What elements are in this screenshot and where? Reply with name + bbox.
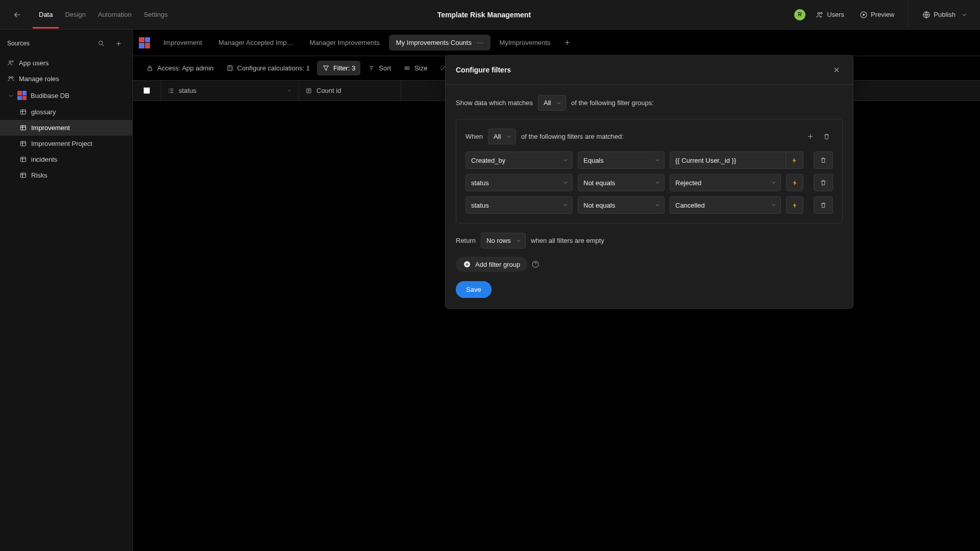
publish-label: Publish bbox=[934, 11, 955, 18]
svg-rect-9 bbox=[21, 110, 26, 114]
nav-tab-settings[interactable]: Settings bbox=[138, 1, 174, 29]
users-label: Users bbox=[827, 11, 844, 18]
column-header-status[interactable]: status bbox=[161, 81, 299, 101]
match-select[interactable]: All bbox=[538, 95, 566, 111]
match-row: Show data which matches All of the follo… bbox=[456, 95, 843, 111]
nav-tabs: Data Design Automation Settings bbox=[33, 1, 174, 29]
when-select[interactable]: All bbox=[488, 129, 516, 144]
filter-group-actions bbox=[803, 130, 833, 143]
users-button[interactable]: Users bbox=[811, 8, 849, 22]
view-tab-manager-accepted[interactable]: Manager Accepted Imp… bbox=[211, 35, 301, 51]
column-header-count-id[interactable]: Count id bbox=[299, 81, 401, 101]
filter-field-select[interactable]: status bbox=[465, 174, 573, 191]
add-filter-button[interactable] bbox=[803, 130, 817, 143]
view-tab-manager-improvements[interactable]: Manager Improvements bbox=[303, 35, 387, 51]
sort-indicator-icon[interactable] bbox=[286, 88, 292, 94]
trash-icon bbox=[820, 202, 827, 209]
bb-logo-icon bbox=[17, 91, 27, 100]
filter-op-select[interactable]: Equals bbox=[578, 152, 665, 169]
svg-point-8 bbox=[11, 77, 13, 79]
trash-icon bbox=[820, 179, 827, 186]
calc-button[interactable]: Configure calculations: 1 bbox=[221, 61, 315, 76]
delete-group-button[interactable] bbox=[820, 130, 833, 143]
delete-filter-button[interactable] bbox=[814, 196, 833, 214]
sort-button[interactable]: Sort bbox=[362, 61, 396, 76]
view-tab-improvement[interactable]: Improvement bbox=[156, 35, 209, 51]
sidebar-item-budibase-db[interactable]: Budibase DB bbox=[0, 87, 132, 104]
sidebar-item-glossary[interactable]: glossary bbox=[0, 104, 132, 120]
binding-button[interactable] bbox=[786, 196, 803, 214]
access-button[interactable]: Access: App admin bbox=[141, 61, 219, 76]
match-suffix: of the following filter groups: bbox=[571, 99, 654, 107]
sidebar-item-improvement-project[interactable]: Improvement Project bbox=[0, 136, 132, 152]
filter-panel-title: Configure filters bbox=[456, 66, 511, 74]
preview-button[interactable]: Preview bbox=[854, 8, 899, 22]
svg-point-0 bbox=[818, 12, 820, 14]
filter-icon bbox=[322, 64, 330, 72]
sidebar-item-incidents[interactable]: incidents bbox=[0, 152, 132, 167]
nav-tab-data[interactable]: Data bbox=[33, 1, 59, 29]
filter-field-select[interactable]: status bbox=[465, 196, 573, 214]
search-sources-button[interactable] bbox=[94, 37, 108, 50]
filter-value-input[interactable] bbox=[670, 152, 786, 169]
search-icon bbox=[97, 40, 105, 47]
delete-filter-button[interactable] bbox=[814, 152, 833, 169]
trash-icon bbox=[823, 133, 830, 140]
trash-icon bbox=[820, 157, 827, 164]
filter-field-select[interactable]: Created_by bbox=[465, 152, 573, 169]
filter-op-select[interactable]: Not equals bbox=[578, 174, 665, 191]
select-all-checkbox[interactable] bbox=[143, 87, 150, 94]
sort-icon bbox=[368, 64, 375, 72]
binding-button[interactable] bbox=[786, 174, 803, 191]
size-button[interactable]: Size bbox=[398, 61, 432, 76]
sidebar-item-manage-roles[interactable]: Manage roles bbox=[0, 71, 132, 87]
sidebar-item-app-users[interactable]: App users bbox=[0, 55, 132, 71]
view-tab-myimprovements[interactable]: MyImprovements bbox=[493, 35, 558, 51]
return-select[interactable]: No rows bbox=[481, 233, 526, 248]
filter-panel-body: Show data which matches All of the follo… bbox=[446, 85, 853, 308]
add-view-button[interactable] bbox=[559, 35, 575, 51]
when-suffix: of the following filters are matched: bbox=[521, 133, 624, 140]
avatar[interactable]: R bbox=[794, 9, 805, 20]
back-button[interactable] bbox=[9, 7, 26, 23]
add-filter-group-label: Add filter group bbox=[475, 261, 520, 268]
filter-row: Created_by Equals bbox=[465, 152, 833, 169]
tab-menu-button[interactable]: ⋯ bbox=[477, 39, 483, 46]
filter-panel: Configure filters Show data which matche… bbox=[445, 55, 853, 309]
svg-point-4 bbox=[99, 41, 103, 45]
size-label: Size bbox=[414, 64, 427, 72]
sidebar-item-label: Manage roles bbox=[19, 75, 59, 83]
table-icon bbox=[19, 124, 27, 132]
view-tab-my-improvements-counts[interactable]: My Improvements Counts ⋯ bbox=[389, 35, 491, 51]
save-button[interactable]: Save bbox=[456, 281, 492, 298]
sidebar-item-label: App users bbox=[19, 59, 49, 67]
sidebar-actions bbox=[94, 37, 125, 50]
list-icon bbox=[167, 87, 175, 94]
binding-button[interactable] bbox=[786, 152, 803, 169]
sidebar-item-improvement[interactable]: Improvement bbox=[0, 120, 132, 136]
size-icon bbox=[403, 64, 411, 72]
filter-op-select[interactable]: Not equals bbox=[578, 196, 665, 214]
calc-label: Configure calculations: 1 bbox=[237, 64, 310, 72]
close-button[interactable] bbox=[830, 64, 843, 76]
nav-tab-design[interactable]: Design bbox=[59, 1, 91, 29]
nav-tab-automation[interactable]: Automation bbox=[92, 1, 138, 29]
filter-value-select[interactable]: Rejected bbox=[670, 174, 781, 191]
add-source-button[interactable] bbox=[112, 37, 125, 50]
publish-button[interactable]: Publish bbox=[916, 8, 974, 22]
sidebar-item-risks[interactable]: Risks bbox=[0, 167, 132, 183]
sidebar-item-label: glossary bbox=[31, 108, 56, 116]
plus-icon bbox=[564, 39, 571, 46]
add-filter-group-button[interactable]: Add filter group bbox=[456, 257, 527, 272]
table-icon bbox=[19, 171, 27, 179]
help-button[interactable] bbox=[531, 260, 540, 268]
lock-icon bbox=[146, 64, 154, 72]
delete-filter-button[interactable] bbox=[814, 174, 833, 191]
number-icon bbox=[305, 87, 312, 94]
filter-button[interactable]: Filter: 3 bbox=[317, 61, 360, 76]
match-prefix: Show data which matches bbox=[456, 99, 533, 107]
plus-icon bbox=[806, 133, 814, 140]
select-all-cell[interactable] bbox=[133, 81, 161, 101]
users-icon bbox=[816, 11, 824, 19]
filter-value-select[interactable]: Cancelled bbox=[670, 196, 781, 214]
